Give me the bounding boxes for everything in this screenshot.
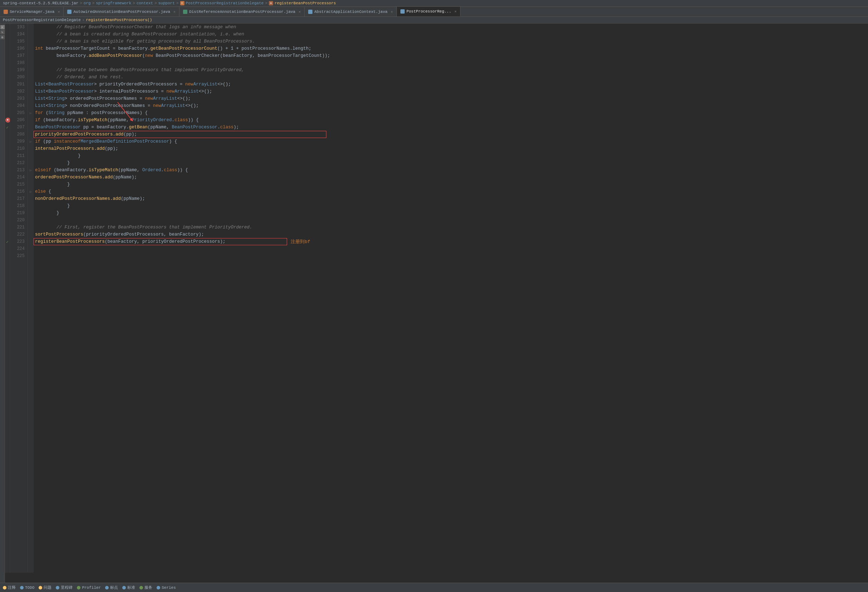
breadcrumb-bar: spring-context-5.2.5.RELEASE.jar > org >… (0, 0, 868, 7)
line-number: 212 (10, 159, 28, 167)
tab-service-manager[interactable]: ServiceManager.java ✕ (0, 7, 63, 16)
gutter-cell (5, 217, 10, 224)
java-icon-2 (67, 10, 71, 14)
breakpoint-check: ✓ (6, 125, 9, 130)
code-line: } (35, 181, 330, 188)
gutter-cell (5, 102, 10, 109)
breadcrumb-org[interactable]: org (84, 1, 91, 5)
gutter-cell (5, 74, 10, 81)
problems-icon (38, 586, 42, 589)
line-number: 196 (10, 45, 28, 52)
fold-indicator (28, 252, 34, 260)
breadcrumb-class[interactable]: PostProcessorRegistrationDelegate (186, 1, 264, 5)
gutter-cell (5, 202, 10, 210)
gutter-cell (5, 159, 10, 167)
code-line: int beanProcessorTargetCount = beanFacto… (35, 45, 330, 52)
comment-text: // Ordered, and the rest. (35, 74, 124, 81)
left-gutter: ●✓✓ (5, 24, 10, 573)
bottom-mark2[interactable]: 标准 (122, 585, 135, 590)
bottom-milestone[interactable]: 里程碑 (56, 585, 72, 590)
code-line: // First, register the BeanPostProcessor… (35, 224, 330, 231)
fold-indicator (28, 95, 34, 102)
close-tab-2[interactable]: ✕ (173, 10, 176, 14)
gutter-cell (5, 66, 10, 74)
fold-indicator (28, 195, 34, 202)
tab-dist[interactable]: DistReferenceAnnotationBeanPostProcessor… (179, 7, 305, 16)
series-label: Series (162, 586, 176, 590)
close-tab-4[interactable]: ✕ (391, 10, 393, 14)
code-line: List<BeanPostProcessor> priorityOrderedP… (35, 81, 330, 88)
code-line: internalPostProcessors.add(pp); (35, 145, 330, 152)
bottom-service[interactable]: 服务 (139, 585, 152, 590)
milestone-label: 里程碑 (61, 585, 72, 590)
code-line: beanFactory.addBeanPostProcessor(new Bea… (35, 52, 330, 59)
tab-autowired[interactable]: AutowiredAnnotationBeanPostProcessor.jav… (63, 7, 179, 16)
line-numbers: 1931941951961971981992002012022032042052… (10, 24, 28, 573)
line-number: 201 (10, 81, 28, 88)
tab-abstract[interactable]: AbstractApplicationContext.java ✕ (305, 7, 397, 16)
fold-indicator[interactable]: ▷ (28, 138, 34, 145)
breakpoint-red[interactable]: ● (5, 118, 10, 123)
line-number: 211 (10, 152, 28, 159)
close-tab-5[interactable]: ✕ (455, 9, 456, 13)
line-number: 225 (10, 252, 28, 260)
fold-gutter: ▷▷▷▷ (28, 24, 34, 573)
line-number: 208 (10, 131, 28, 138)
code-line: List<String> nonOrderedPostProcessorName… (35, 102, 330, 109)
line-number: 214 (10, 174, 28, 181)
line-number: 222 (10, 231, 28, 238)
side-icon-2[interactable]: ✎ (0, 30, 4, 34)
breadcrumb-support[interactable]: support (158, 1, 175, 5)
fold-indicator (28, 231, 34, 238)
gutter-cell (5, 181, 10, 188)
fold-indicator (28, 59, 34, 66)
gutter-cell (5, 81, 10, 88)
file-method-name: registerBeanPostProcessors() (86, 18, 152, 22)
fold-indicator (28, 52, 34, 59)
bottom-problems[interactable]: 问题 (38, 585, 52, 590)
side-icon-1[interactable]: ≡ (0, 25, 4, 29)
code-line: BeanPostProcessor pp = beanFactory.getBe… (35, 124, 330, 131)
bottom-series[interactable]: Series (156, 586, 176, 590)
code-area[interactable]: ●✓✓ 193194195196197198199200201202203204… (5, 24, 330, 573)
fold-indicator (28, 159, 34, 167)
bottom-mark1[interactable]: 标点 (105, 585, 118, 590)
gutter-cell (5, 52, 10, 59)
close-tab-1[interactable]: ✕ (58, 10, 60, 14)
fold-indicator[interactable]: ▷ (28, 167, 34, 174)
line-number: 224 (10, 245, 28, 252)
close-tab-3[interactable]: ✕ (298, 10, 301, 14)
tab-postprocessor[interactable]: PostProcessorReg... ✕ (397, 7, 461, 16)
fold-indicator (28, 131, 34, 138)
fold-indicator (28, 74, 34, 81)
breadcrumb-springframework[interactable]: springframework (96, 1, 131, 5)
line-number: 197 (10, 52, 28, 59)
file-path-bar: PostProcessorRegistrationDelegate › regi… (0, 17, 868, 24)
breadcrumb-context[interactable]: context (137, 1, 153, 5)
gutter-cell (5, 231, 10, 238)
bottom-notes[interactable]: 注释 (3, 585, 16, 590)
line-number: 221 (10, 224, 28, 231)
gutter-cell (5, 109, 10, 117)
todo-label: TODO (25, 586, 34, 590)
code-line: } (35, 202, 330, 210)
fold-indicator[interactable]: ▷ (28, 188, 34, 195)
breadcrumb-jar: spring-context-5.2.5.RELEASE.jar (3, 1, 78, 5)
gutter-cell (5, 152, 10, 159)
bottom-profiler[interactable]: Profiler (77, 586, 101, 590)
fold-indicator (28, 31, 34, 38)
fold-indicator (28, 224, 34, 231)
line-number: 210 (10, 145, 28, 152)
line-number: 213 (10, 167, 28, 174)
line-number: 200 (10, 74, 28, 81)
side-icon-3[interactable]: ⚙ (0, 35, 4, 39)
fold-indicator (28, 45, 34, 52)
gutter-cell: ✓ (5, 238, 10, 245)
code-line: priorityOrderedPostProcessors.add(pp); (35, 131, 330, 138)
bottom-todo[interactable]: TODO (20, 586, 34, 590)
fold-indicator[interactable]: ▷ (28, 109, 34, 117)
code-line: registerBeanPostProcessors(beanFactory, … (35, 238, 330, 245)
code-line (35, 245, 330, 252)
code-line: // Ordered, and the rest. (35, 74, 330, 81)
code-line: else { (35, 188, 330, 195)
